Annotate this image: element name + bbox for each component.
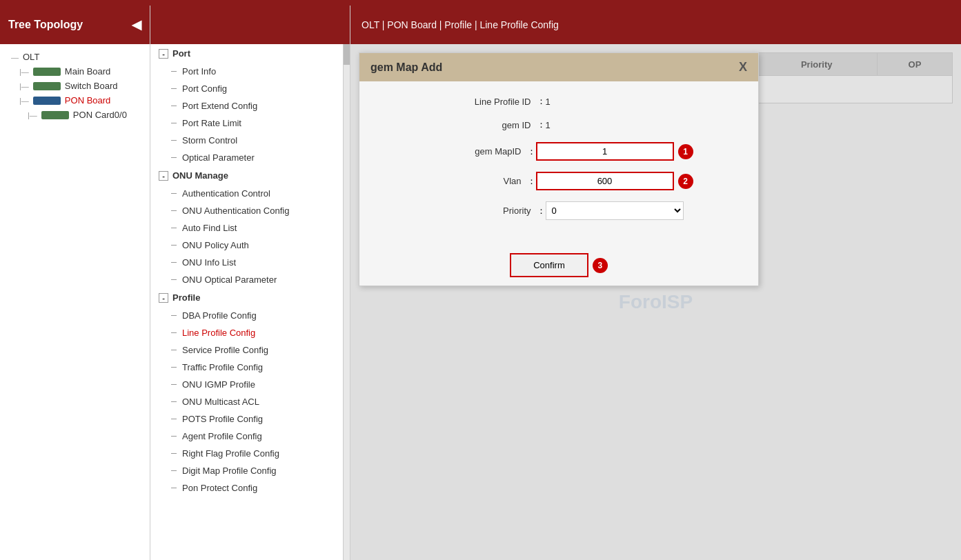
right-panel: OLT | PON Board | Profile | Line Profile… bbox=[350, 6, 961, 560]
port-info-label: Port Info bbox=[182, 66, 216, 77]
menu-item-pon-protect[interactable]: Pon Protect Config bbox=[150, 479, 343, 497]
pon-protect-label: Pon Protect Config bbox=[182, 483, 257, 493]
menu-item-onu-auth-config[interactable]: ONU Authentication Config bbox=[150, 202, 343, 219]
sidebar-item-pon-card[interactable]: |— PON Card0/0 bbox=[0, 108, 150, 122]
vlan-input[interactable] bbox=[536, 172, 674, 190]
priority-select-wrapper: 0 1 2 3 4 5 6 7 bbox=[546, 201, 684, 220]
section-port-label: Port bbox=[172, 48, 190, 59]
optical-parameter-label: Optical Parameter bbox=[182, 152, 255, 163]
menu-item-onu-info-list[interactable]: ONU Info List bbox=[150, 254, 343, 271]
menu-item-auto-find-list[interactable]: Auto Find List bbox=[150, 219, 343, 237]
modal-close-button[interactable]: X bbox=[739, 60, 747, 74]
form-row-priority: Priority ： 0 1 2 3 4 5 6 bbox=[380, 201, 737, 220]
gem-map-add-modal: gem Map Add X Line Profile ID ： 1 gem ID bbox=[359, 52, 759, 286]
sidebar-tree: — OLT |— Main Board |— Switch Board |— P… bbox=[0, 44, 150, 560]
menu-item-port-config[interactable]: Port Config bbox=[150, 80, 343, 97]
menu-item-port-rate-limit[interactable]: Port Rate Limit bbox=[150, 114, 343, 132]
colon-separator-4: ： bbox=[527, 175, 536, 188]
onu-policy-auth-label: ONU Policy Auth bbox=[182, 240, 249, 250]
menu-item-dba-profile[interactable]: DBA Profile Config bbox=[150, 307, 343, 324]
sidebar-title: Tree Topology bbox=[8, 19, 83, 31]
line-profile-id-label: Line Profile ID bbox=[435, 97, 531, 107]
pots-profile-label: POTS Profile Config bbox=[182, 414, 263, 424]
step-badge-3: 3 bbox=[593, 258, 608, 273]
service-profile-label: Service Profile Config bbox=[182, 345, 268, 355]
form-row-gem-id: gem ID ： 1 bbox=[380, 119, 737, 131]
modal-title: gem Map Add bbox=[370, 61, 442, 74]
middle-scroll-container: - Port Port Info Port Config Port Extend… bbox=[150, 44, 350, 560]
sidebar-item-pon-board[interactable]: |— PON Board bbox=[0, 93, 150, 108]
menu-item-port-info[interactable]: Port Info bbox=[150, 63, 343, 80]
olt-label: OLT bbox=[23, 52, 39, 62]
pon-card-icon bbox=[41, 111, 69, 119]
sidebar-item-main-board[interactable]: |— Main Board bbox=[0, 64, 150, 79]
menu-item-onu-multicast[interactable]: ONU Multicast ACL bbox=[150, 393, 343, 410]
menu-item-traffic-profile[interactable]: Traffic Profile Config bbox=[150, 359, 343, 376]
sidebar-item-olt[interactable]: — OLT bbox=[0, 50, 150, 64]
auto-find-list-label: Auto Find List bbox=[182, 223, 237, 233]
menu-item-agent-profile[interactable]: Agent Profile Config bbox=[150, 428, 343, 445]
step-badge-1: 1 bbox=[678, 144, 693, 159]
menu-item-optical-parameter[interactable]: Optical Parameter bbox=[150, 149, 343, 166]
port-section-toggle[interactable]: - bbox=[159, 49, 168, 59]
menu-item-service-profile[interactable]: Service Profile Config bbox=[150, 341, 343, 359]
colon-separator-5: ： bbox=[537, 205, 546, 217]
gem-mapid-label: gem MapID bbox=[425, 146, 522, 157]
collapse-button[interactable]: ◀ bbox=[132, 17, 141, 32]
digit-map-label: Digit Map Profile Config bbox=[182, 466, 277, 476]
section-profile-label: Profile bbox=[172, 292, 200, 303]
sidebar-item-switch-board[interactable]: |— Switch Board bbox=[0, 79, 150, 93]
section-profile-header: - Profile bbox=[150, 288, 343, 307]
menu-item-digit-map[interactable]: Digit Map Profile Config bbox=[150, 462, 343, 479]
confirm-button[interactable]: Confirm bbox=[510, 253, 588, 277]
scroll-thumb[interactable] bbox=[344, 44, 350, 65]
menu-item-pots-profile[interactable]: POTS Profile Config bbox=[150, 410, 343, 428]
onu-info-list-label: ONU Info List bbox=[182, 257, 236, 268]
menu-item-line-profile[interactable]: Line Profile Config bbox=[150, 324, 343, 341]
tree-connector-mb: |— bbox=[19, 68, 29, 76]
line-profile-id-value: 1 bbox=[546, 97, 684, 107]
menu-item-port-extend-config[interactable]: Port Extend Config bbox=[150, 97, 343, 114]
pon-board-icon bbox=[33, 97, 61, 105]
sidebar-header: Tree Topology ◀ bbox=[0, 6, 150, 44]
tree-connector-pb: |— bbox=[19, 97, 29, 105]
line-profile-label: Line Profile Config bbox=[182, 328, 255, 338]
gem-id-value: 1 bbox=[546, 120, 684, 130]
menu-item-onu-igmp[interactable]: ONU IGMP Profile bbox=[150, 376, 343, 393]
middle-header bbox=[150, 6, 350, 44]
gem-mapid-input[interactable] bbox=[536, 142, 674, 161]
priority-select[interactable]: 0 1 2 3 4 5 6 7 bbox=[546, 201, 684, 220]
pon-board-label: PON Board bbox=[65, 95, 110, 106]
top-bar bbox=[0, 0, 961, 6]
main-layout: Tree Topology ◀ — OLT |— Main Board |— S… bbox=[0, 6, 961, 560]
middle-panel: - Port Port Info Port Config Port Extend… bbox=[150, 6, 350, 560]
colon-separator-3: ： bbox=[527, 146, 536, 158]
modal-overlay: gem Map Add X Line Profile ID ： 1 gem ID bbox=[350, 44, 961, 560]
colon-separator-1: ： bbox=[537, 95, 546, 108]
right-header: OLT | PON Board | Profile | Line Profile… bbox=[350, 6, 961, 44]
menu-item-auth-control[interactable]: Authentication Control bbox=[150, 185, 343, 202]
traffic-profile-label: Traffic Profile Config bbox=[182, 362, 263, 372]
form-row-vlan: Vlan ： 2 bbox=[380, 172, 737, 190]
onu-section-toggle[interactable]: - bbox=[159, 171, 168, 181]
menu-item-onu-optical-param[interactable]: ONU Optical Parameter bbox=[150, 271, 343, 288]
form-row-line-profile-id: Line Profile ID ： 1 bbox=[380, 95, 737, 108]
onu-igmp-label: ONU IGMP Profile bbox=[182, 379, 255, 390]
switch-board-label: Switch Board bbox=[65, 81, 118, 91]
auth-control-label: Authentication Control bbox=[182, 188, 270, 199]
menu-item-right-flag[interactable]: Right Flag Profile Config bbox=[150, 445, 343, 462]
dba-profile-label: DBA Profile Config bbox=[182, 310, 257, 321]
port-extend-config-label: Port Extend Config bbox=[182, 101, 257, 111]
modal-body: Line Profile ID ： 1 gem ID ： 1 gem M bbox=[359, 81, 758, 245]
switch-board-icon bbox=[33, 82, 61, 90]
middle-scrollbar[interactable] bbox=[343, 44, 350, 560]
modal-footer: Confirm 3 bbox=[359, 245, 758, 286]
colon-separator-2: ： bbox=[537, 119, 546, 131]
pon-card-label: PON Card0/0 bbox=[73, 110, 127, 120]
profile-section-toggle[interactable]: - bbox=[159, 293, 168, 303]
gem-id-label: gem ID bbox=[435, 120, 531, 130]
middle-inner: - Port Port Info Port Config Port Extend… bbox=[150, 44, 343, 560]
right-content: gem ID gem MapID Vlan Priority OP Add De… bbox=[350, 44, 961, 560]
menu-item-onu-policy-auth[interactable]: ONU Policy Auth bbox=[150, 237, 343, 254]
menu-item-storm-control[interactable]: Storm Control bbox=[150, 132, 343, 149]
